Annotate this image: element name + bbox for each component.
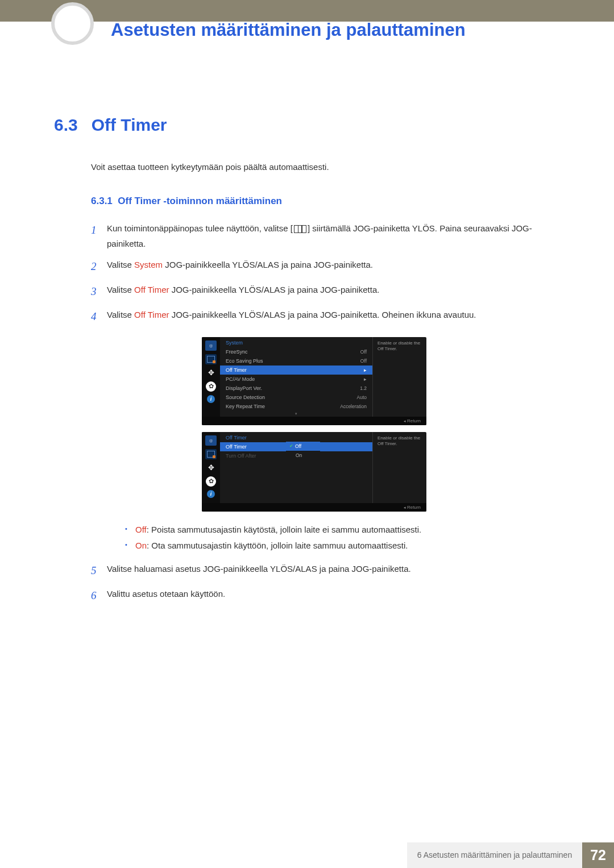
osd-sidebar: ☼ ✥ ✿ i bbox=[202, 337, 220, 417]
section-title: Off Timer bbox=[92, 115, 167, 134]
step-4: 4 Valitse Off Timer JOG-painikkeella YLÖ… bbox=[91, 307, 560, 326]
page-number: 72 bbox=[582, 842, 614, 868]
page-footer: 6 Asetusten määrittäminen ja palauttamin… bbox=[407, 842, 614, 868]
osd-help-text: Enable or disable the Off Timer. bbox=[372, 432, 426, 503]
move-icon: ✥ bbox=[205, 368, 217, 378]
osd-row: PC/AV Mode▸ bbox=[220, 375, 372, 384]
gear-icon: ✿ bbox=[206, 476, 216, 487]
gear-icon: ✿ bbox=[206, 381, 216, 392]
dropdown-item: On bbox=[286, 451, 320, 460]
osd-row: Eco Saving PlusOff bbox=[220, 356, 372, 366]
osd-menu-title: Off Timer bbox=[220, 432, 372, 442]
chapter-badge bbox=[51, 2, 94, 45]
section-number: 6.3 bbox=[54, 115, 78, 134]
return-label: Return bbox=[404, 505, 421, 510]
brightness-icon: ☼ bbox=[205, 340, 217, 351]
bullet-list: Off: Poista sammutusajastin käytöstä, jo… bbox=[125, 522, 560, 554]
intro-text: Voit asettaa tuotteen kytkeytymään pois … bbox=[91, 162, 560, 172]
osd-help-text: Enable or disable the Off Timer. bbox=[372, 337, 426, 417]
subsection-heading: 6.3.1 Off Timer -toiminnon määrittäminen bbox=[91, 196, 560, 207]
info-icon: i bbox=[207, 395, 215, 403]
picture-icon bbox=[205, 354, 217, 364]
move-icon: ✥ bbox=[205, 463, 217, 473]
picture-icon bbox=[205, 449, 217, 459]
osd-footer: Return bbox=[202, 503, 426, 512]
dropdown-item-selected: ✔Off bbox=[286, 442, 320, 451]
osd-system-menu: ☼ ✥ ✿ i System FreeSyncOff Eco Saving Pl… bbox=[202, 337, 426, 425]
footer-chapter-ref: 6 Asetusten määrittäminen ja palauttamin… bbox=[407, 842, 582, 868]
bullet-off: Off: Poista sammutusajastin käytöstä, jo… bbox=[125, 522, 560, 538]
osd-sidebar: ☼ ✥ ✿ i bbox=[202, 432, 220, 503]
osd-menu-list: System FreeSyncOff Eco Saving PlusOff Of… bbox=[220, 337, 372, 417]
osd-row: FreeSyncOff bbox=[220, 347, 372, 356]
subsection-title: Off Timer -toiminnon määrittäminen bbox=[118, 196, 282, 206]
menu-icon bbox=[294, 225, 306, 233]
step-5: 5 Valitse haluamasi asetus JOG-painikkee… bbox=[91, 561, 560, 580]
chapter-title: Asetusten määrittäminen ja palauttaminen bbox=[111, 20, 466, 40]
scroll-down-icon: ▾ bbox=[220, 411, 372, 417]
subsection-number: 6.3.1 bbox=[91, 196, 113, 206]
step-6: 6 Valittu asetus otetaan käyttöön. bbox=[91, 586, 560, 605]
osd-row: DisplayPort Ver.1.2 bbox=[220, 384, 372, 393]
step-1: 1 Kun toimintonäppäinopas tulee näyttöön… bbox=[91, 221, 560, 251]
step-list: 1 Kun toimintonäppäinopas tulee näyttöön… bbox=[91, 221, 560, 327]
osd-menu-list: Off Timer Off Timer Turn Off After ✔Off … bbox=[220, 432, 372, 503]
osd-menu-title: System bbox=[220, 337, 372, 347]
osd-footer: Return bbox=[202, 417, 426, 425]
osd-dropdown: ✔Off On bbox=[286, 442, 320, 460]
section-heading: 6.3Off Timer bbox=[54, 115, 560, 135]
info-icon: i bbox=[207, 490, 215, 498]
brightness-icon: ☼ bbox=[205, 435, 217, 446]
osd-offtimer-menu: ☼ ✥ ✿ i Off Timer Off Timer Turn Off Aft… bbox=[202, 432, 426, 512]
osd-row-selected: Off Timer▸ bbox=[220, 366, 372, 375]
bullet-on: On: Ota sammutusajastin käyttöön, jolloi… bbox=[125, 538, 560, 554]
return-label: Return bbox=[404, 418, 421, 423]
osd-row: Source DetectionAuto bbox=[220, 393, 372, 402]
check-icon: ✔ bbox=[289, 443, 293, 448]
step-2: 2 Valitse System JOG-painikkeella YLÖS/A… bbox=[91, 257, 560, 276]
step-3: 3 Valitse Off Timer JOG-painikkeella YLÖ… bbox=[91, 282, 560, 301]
osd-row: Key Repeat TimeAcceleration bbox=[220, 402, 372, 411]
step-list-cont: 5 Valitse haluamasi asetus JOG-painikkee… bbox=[91, 561, 560, 605]
osd-screenshots: ☼ ✥ ✿ i System FreeSyncOff Eco Saving Pl… bbox=[202, 337, 560, 512]
